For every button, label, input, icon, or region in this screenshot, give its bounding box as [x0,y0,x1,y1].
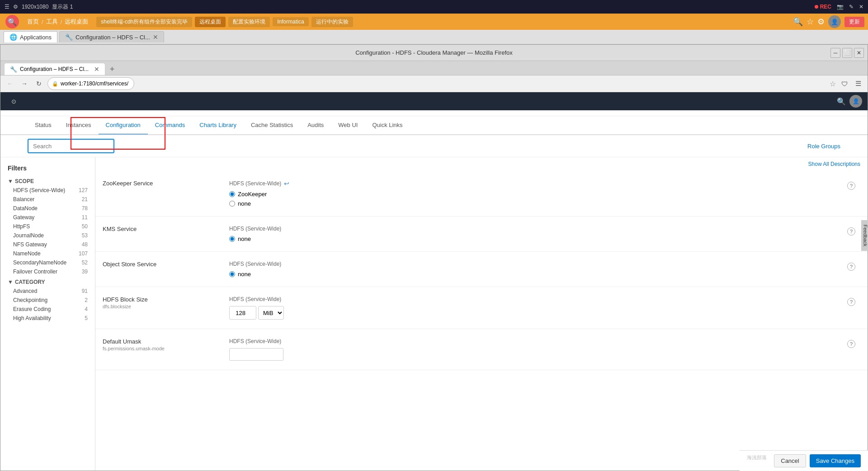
config-hdfs-tab[interactable]: 🔧 Configuration – HDFS – Cl... ✕ [59,31,164,42]
close-icon[interactable]: ✕ [859,4,863,10]
radio-option-none[interactable]: none [229,271,842,278]
filter-datanode[interactable]: DataNode 78 [0,204,95,213]
cl-nav-home[interactable]: ⊙ [6,92,22,110]
category-section-header[interactable]: ▼ CATEGORY [0,276,95,287]
ff-forward-btn[interactable]: → [19,78,30,89]
ff-restore[interactable]: ⬜ [842,48,852,58]
ff-url-wrapper: 🔒 [47,77,827,90]
config-value-col: HDFS (Service-Wide) none [229,261,842,278]
block-size-number-input[interactable] [229,306,256,320]
filter-secondary-namenode[interactable]: SecondaryNameNode 52 [0,258,95,267]
main-layout: Filters ▼ SCOPE HDFS (Service-Wide) 127 … [0,157,868,471]
tab-quick-links[interactable]: Quick Links [365,116,410,135]
running-exp-btn[interactable]: 运行中的实验 [311,17,353,27]
filter-failover-controller[interactable]: Failover Controller 39 [0,267,95,276]
tab-status[interactable]: Status [28,116,59,135]
update-btn[interactable]: 更新 [844,17,864,27]
cl-search-icon[interactable]: 🔍 [837,97,846,106]
ff-reload-btn[interactable]: ↻ [33,78,45,89]
ff-tab-close-btn[interactable]: ✕ [94,66,99,73]
outer-search-icon[interactable]: 🔍 [793,17,803,27]
firefox-tab-active[interactable]: 🔧 Configuration – HDFS – Cl... ✕ [4,63,105,75]
ff-menu-icon[interactable]: ☰ [852,78,864,89]
config-action-col: ? [842,226,860,236]
tab-charts-library[interactable]: Charts Library [192,116,244,135]
search-input[interactable] [28,139,114,153]
remote-desktop-btn[interactable]: 远程桌面 [195,17,226,27]
radio-none[interactable] [229,271,235,277]
filter-gateway[interactable]: Gateway 11 [0,213,95,222]
filter-count: 21 [82,196,88,203]
tab-web-ui[interactable]: Web UI [331,116,365,135]
config-object-store: Object Store Service HDFS (Service-Wide)… [95,252,868,287]
filter-namenode[interactable]: NameNode 107 [0,249,95,258]
filter-httpfs[interactable]: HttpFS 50 [0,222,95,231]
filter-balancer[interactable]: Balancer 21 [0,195,95,204]
os-menu-icon[interactable]: ☰ [5,4,9,10]
rec-indicator: REC [815,4,831,10]
ff-url-input[interactable] [47,77,134,90]
radio-option-none[interactable]: none [229,236,842,242]
help-icon[interactable]: ? [847,298,855,306]
tab-instances[interactable]: Instances [59,116,99,135]
outer-avatar[interactable]: 👤 [828,15,841,28]
scope-section-header[interactable]: ▼ SCOPE [0,175,95,186]
tab-cache-statistics[interactable]: Cache Statistics [244,116,300,135]
radio-option-none[interactable]: none [229,200,842,207]
cancel-btn[interactable]: Cancel [774,454,806,467]
breadcrumb-home[interactable]: 首页 [27,18,39,26]
shell-btn[interactable]: shell终端-cdh所有组件全部安装完毕 [96,17,192,27]
search-wrapper [28,139,114,153]
config-label-col: HDFS Block Size dfs.blocksize [103,296,229,309]
breadcrumb-remote[interactable]: 远程桌面 [65,18,88,26]
camera-icon[interactable]: 📷 [837,4,844,10]
filter-label: NFS Gateway [13,241,47,248]
ff-new-tab-btn[interactable]: + [106,63,118,75]
filter-advanced[interactable]: Advanced 91 [0,287,95,296]
help-icon[interactable]: ? [847,340,855,348]
show-all-link[interactable]: Show All Descriptions [808,161,860,167]
edit-icon[interactable]: ✎ [849,4,854,10]
save-changes-btn[interactable]: Save Changes [810,454,861,467]
ff-shield-icon[interactable]: 🛡 [839,78,850,89]
tab-commands[interactable]: Commands [148,116,192,135]
filter-erasure-coding[interactable]: Erasure Coding 4 [0,305,95,314]
breadcrumb-tools[interactable]: 工具 [46,18,58,26]
help-icon[interactable]: ? [847,182,855,190]
filter-hdfs-service-wide[interactable]: HDFS (Service-Wide) 127 [0,186,95,195]
radio-none[interactable] [229,236,235,242]
cl-avatar[interactable]: 👤 [849,95,862,108]
radio-none[interactable] [229,201,235,207]
ff-bookmark-icon[interactable]: ☆ [830,80,836,88]
feedback-tab[interactable]: Feedback [861,220,868,251]
filter-checkpointing[interactable]: Checkpointing 2 [0,296,95,305]
ff-close[interactable]: ✕ [854,48,864,58]
ff-back-btn[interactable]: ← [4,78,16,89]
config-scope: HDFS (Service-Wide) ↩ [229,180,842,187]
reset-icon[interactable]: ↩ [284,180,289,187]
umask-input[interactable] [229,348,283,361]
page-nav-tabs: Status Instances Configuration Commands … [0,116,868,135]
tab-audits[interactable]: Audits [300,116,331,135]
outer-gear-icon[interactable]: ⚙ [817,17,825,27]
radio-option-zookeeper[interactable]: ZooKeeper [229,191,842,198]
block-size-unit-select[interactable]: MiB GiB KiB [258,306,284,320]
filter-nfs-gateway[interactable]: NFS Gateway 48 [0,240,95,249]
tab-configuration[interactable]: Configuration [99,116,148,135]
informatica-btn[interactable]: Informatica [273,17,308,26]
ff-minimize[interactable]: ─ [830,48,840,58]
config-label: Object Store Service [103,261,220,268]
role-groups-link[interactable]: Role Groups [807,143,840,150]
radio-zookeeper[interactable] [229,191,235,197]
filter-journalnode[interactable]: JournalNode 53 [0,231,95,240]
filter-high-availability[interactable]: High Availability 5 [0,314,95,323]
search-round-btn[interactable]: 🔍 [5,15,19,28]
config-default-umask: Default Umask fs.permissions.umask-mode … [95,329,868,370]
applications-tab[interactable]: 🌐 Applications [4,31,57,42]
config-sublabel: fs.permissions.umask-mode [103,346,220,351]
config-tab-close[interactable]: ✕ [153,33,158,41]
help-icon[interactable]: ? [847,263,855,271]
help-icon[interactable]: ? [847,227,855,236]
outer-star-icon[interactable]: ☆ [807,17,814,27]
config-env-btn[interactable]: 配置实验环境 [228,17,270,27]
